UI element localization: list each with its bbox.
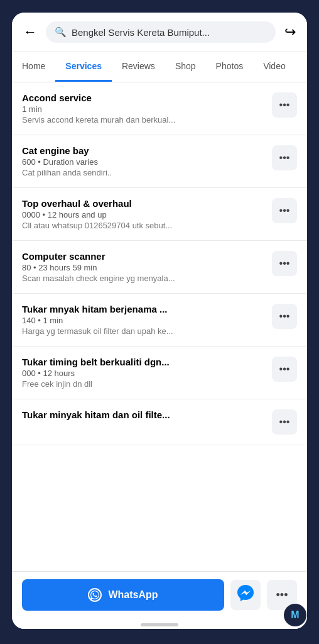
service-meta-4: 140 • 1 min xyxy=(22,316,264,325)
search-icon: 🔍 xyxy=(55,26,67,38)
search-text: Bengkel Servis Kereta Bumiput... xyxy=(72,27,210,38)
service-meta-1: 600 • Duration varies xyxy=(22,157,264,167)
service-menu-button-6[interactable]: ••• xyxy=(272,409,297,435)
phone-frame: ← 🔍 Bengkel Servis Kereta Bumiput... ↪ H… xyxy=(12,13,307,629)
service-item-1: Cat engine bay 600 • Duration varies Cat… xyxy=(12,135,307,188)
service-desc-3: Scan masalah check engine yg menyala... xyxy=(22,274,198,283)
whatsapp-button[interactable]: WhatsApp xyxy=(22,579,224,611)
tab-photos[interactable]: Photos xyxy=(206,52,254,82)
service-meta-3: 80 • 23 hours 59 min xyxy=(22,263,264,272)
service-menu-button-3[interactable]: ••• xyxy=(272,251,297,276)
tab-services[interactable]: Services xyxy=(55,52,112,82)
service-item-4: Tukar mnyak hitam berjenama ... 140 • 1 … xyxy=(12,294,307,347)
back-button[interactable]: ← xyxy=(19,23,41,42)
service-title-3: Computer scanner xyxy=(22,251,264,262)
search-bar[interactable]: 🔍 Bengkel Servis Kereta Bumiput... xyxy=(46,21,276,43)
service-meta-2: 0000 • 12 hours and up xyxy=(22,210,264,219)
whatsapp-icon xyxy=(88,588,102,602)
service-desc-2: Cll atau whatsup 0126529704 utk sebut... xyxy=(22,221,198,230)
service-title-6: Tukar minyak hitam dan oil filte... xyxy=(22,409,264,420)
tab-video[interactable]: Video xyxy=(253,52,296,82)
tab-home[interactable]: Home xyxy=(12,52,55,82)
handle-bar xyxy=(141,623,178,626)
monocal-icon: M xyxy=(291,609,299,621)
service-menu-button-1[interactable]: ••• xyxy=(272,145,297,170)
bottom-action-bar: WhatsApp ••• xyxy=(12,571,307,618)
nav-tabs: Home Services Reviews Shop Photos Video xyxy=(12,52,307,82)
service-meta-5: 000 • 12 hours xyxy=(22,369,264,378)
service-item-5: Tukar timing belt berkualiti dgn... 000 … xyxy=(12,347,307,399)
messenger-button[interactable] xyxy=(230,580,261,610)
bottom-handle xyxy=(12,618,307,629)
monocal-logo: M xyxy=(284,604,306,626)
tab-reviews[interactable]: Reviews xyxy=(112,52,165,82)
service-item-3: Computer scanner 80 • 23 hours 59 min Sc… xyxy=(12,241,307,294)
service-menu-button-0[interactable]: ••• xyxy=(272,92,297,118)
service-desc-0: Servis accond kereta murah dan berkual..… xyxy=(22,115,198,125)
messenger-icon xyxy=(237,585,254,605)
service-item-0: Accond service 1 min Servis accond keret… xyxy=(12,82,307,135)
tab-shop[interactable]: Shop xyxy=(165,52,206,82)
service-title-0: Accond service xyxy=(22,92,264,103)
service-item-2: Top overhaul & overhaul 0000 • 12 hours … xyxy=(12,188,307,241)
service-title-4: Tukar mnyak hitam berjenama ... xyxy=(22,304,264,314)
service-menu-button-2[interactable]: ••• xyxy=(272,198,297,223)
service-title-2: Top overhaul & overhaul xyxy=(22,198,264,209)
service-meta-0: 1 min xyxy=(22,104,264,114)
service-menu-button-4[interactable]: ••• xyxy=(272,304,297,329)
header: ← 🔍 Bengkel Servis Kereta Bumiput... ↪ xyxy=(12,13,307,52)
service-title-5: Tukar timing belt berkualiti dgn... xyxy=(22,357,264,367)
service-menu-button-5[interactable]: ••• xyxy=(272,357,297,382)
service-desc-5: Free cek injin dn dll xyxy=(22,379,198,389)
share-button[interactable]: ↪ xyxy=(281,23,300,42)
service-desc-4: Harga yg termasuk oil filter dan upah ke… xyxy=(22,326,198,336)
service-item-6: Tukar minyak hitam dan oil filte... ••• xyxy=(12,399,307,445)
service-desc-1: Cat pilihan anda sendiri.. xyxy=(22,168,198,177)
service-title-1: Cat engine bay xyxy=(22,145,264,156)
whatsapp-label: WhatsApp xyxy=(108,589,158,601)
services-list: Accond service 1 min Servis accond keret… xyxy=(12,82,307,571)
